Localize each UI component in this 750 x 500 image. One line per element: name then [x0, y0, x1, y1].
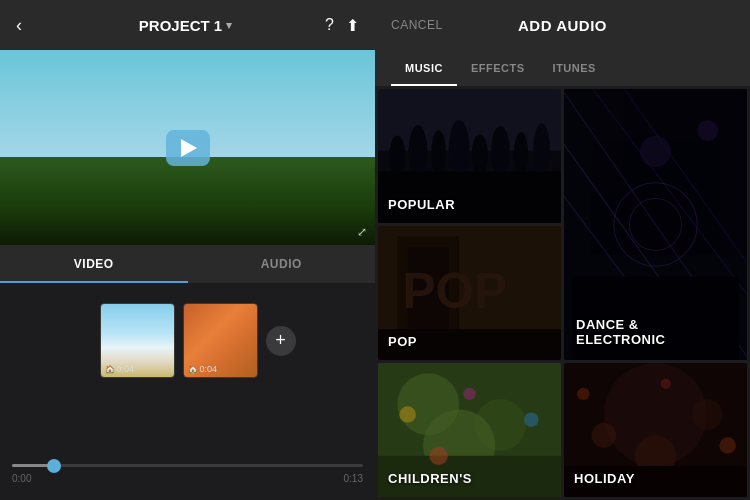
timeline-area: 🏠 0:04 🏠 0:04 + 0:00 0:13 [0, 283, 375, 500]
holiday-overlay: HOLIDAY [564, 363, 747, 497]
add-clip-button[interactable]: + [266, 326, 296, 356]
clip-2[interactable]: 🏠 0:04 [183, 303, 258, 378]
right-header: CANCEL ADD AUDIO [375, 0, 750, 50]
help-icon[interactable]: ? [325, 16, 334, 34]
popular-overlay: POPULAR [378, 89, 561, 223]
add-audio-title: ADD AUDIO [518, 17, 607, 34]
tab-audio[interactable]: AUDIO [188, 245, 376, 283]
clips-row: 🏠 0:04 🏠 0:04 + [100, 303, 296, 378]
tab-itunes[interactable]: ITUNES [539, 50, 610, 86]
clip-2-icon: 🏠 [188, 365, 198, 374]
dance-overlay: DANCE & ELECTRONIC [564, 89, 747, 360]
project-name: PROJECT 1 [139, 17, 222, 34]
play-button[interactable] [166, 130, 210, 166]
expand-icon[interactable]: ⤢ [357, 225, 367, 239]
total-time: 0:13 [344, 473, 363, 484]
right-header-wrapper: CANCEL ADD AUDIO [391, 18, 734, 32]
current-time: 0:00 [12, 473, 31, 484]
audio-tabs: MUSIC EFFECTS ITUNES [375, 50, 750, 86]
palm-background [0, 157, 375, 245]
genre-popular[interactable]: POPULAR [378, 89, 561, 223]
project-chevron-icon: ▾ [226, 19, 232, 32]
popular-label: POPULAR [388, 197, 455, 213]
back-button[interactable]: ‹ [16, 15, 46, 36]
track-thumb[interactable] [47, 459, 61, 473]
tab-effects[interactable]: EFFECTS [457, 50, 539, 86]
timeline-track[interactable] [12, 464, 363, 467]
clip-icon: 🏠 [105, 365, 115, 374]
tab-video[interactable]: VIDEO [0, 245, 188, 283]
genre-pop[interactable]: POP POP [378, 226, 561, 360]
cancel-button[interactable]: CANCEL [391, 18, 443, 32]
video-audio-tabs: VIDEO AUDIO [0, 245, 375, 283]
pop-label: POP [388, 334, 417, 350]
tab-music[interactable]: MUSIC [391, 50, 457, 86]
genre-holiday[interactable]: HOLIDAY [564, 363, 747, 497]
right-panel: CANCEL ADD AUDIO MUSIC EFFECTS ITUNES [375, 0, 750, 500]
clip-2-duration: 🏠 0:04 [188, 364, 218, 374]
genre-childrens[interactable]: CHILDREN'S [378, 363, 561, 497]
playback-bar: 0:00 0:13 [0, 456, 375, 490]
pop-overlay: POP [378, 226, 561, 360]
genre-grid: POPULAR D [375, 86, 750, 500]
childrens-overlay: CHILDREN'S [378, 363, 561, 497]
left-header: ‹ PROJECT 1 ▾ ? ⬆ [0, 0, 375, 50]
holiday-label: HOLIDAY [574, 471, 635, 487]
dance-label: DANCE & ELECTRONIC [576, 317, 666, 348]
childrens-label: CHILDREN'S [388, 471, 472, 487]
time-labels: 0:00 0:13 [12, 473, 363, 484]
left-panel: ‹ PROJECT 1 ▾ ? ⬆ ⤢ VIDEO AUDIO 🏠 [0, 0, 375, 500]
header-actions: ? ⬆ [325, 16, 359, 35]
clip-1-duration: 🏠 0:04 [105, 364, 135, 374]
clip-1[interactable]: 🏠 0:04 [100, 303, 175, 378]
project-title[interactable]: PROJECT 1 ▾ [139, 17, 232, 34]
genre-dance[interactable]: DANCE & ELECTRONIC [564, 89, 747, 360]
share-icon[interactable]: ⬆ [346, 16, 359, 35]
video-preview: ⤢ [0, 50, 375, 245]
play-triangle-icon [181, 139, 197, 157]
